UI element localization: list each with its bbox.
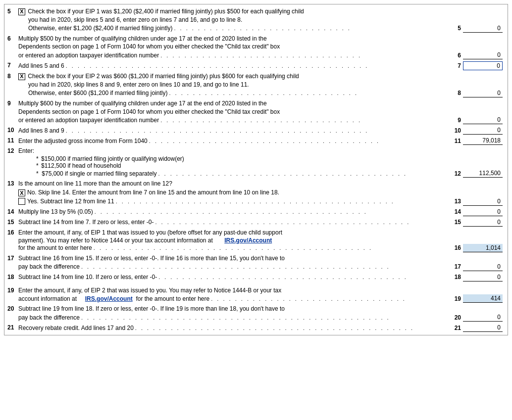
line-6-row: 6 Multiply $500 by the number of qualify… — [7, 34, 505, 61]
line-15-content: Subtract line 14 from line 7. If zero or… — [18, 218, 505, 227]
line-18-value[interactable]: 0 — [463, 273, 503, 281]
line-20-value[interactable]: 0 — [463, 313, 503, 322]
line-12-content: Enter: * $150,000 if married filing join… — [18, 147, 505, 178]
line-13-num: 13 — [7, 180, 18, 187]
line-12-value[interactable]: 112,500 — [463, 169, 503, 178]
line-7-value[interactable]: 0 — [463, 61, 503, 70]
line-8-row: 8 Check the box if your EIP 2 was $600 (… — [7, 71, 505, 98]
line-14-num: 14 — [7, 208, 18, 215]
line-17-num: 17 — [7, 254, 18, 262]
line-10-content: Add lines 8 and 9 . . . . . . . . . . . … — [18, 126, 505, 135]
line-19-row: 19 Enter the amount, if any, of EIP 2 th… — [7, 285, 505, 304]
line-20-content: Subtract line 19 from line 18. If zero o… — [18, 305, 505, 322]
line-5-checkbox[interactable] — [18, 8, 25, 15]
line-11-value[interactable]: 79,018 — [463, 137, 503, 145]
line-5-row: 5 Check the box if your EIP 1 was $1,200… — [7, 6, 505, 34]
line-19-link[interactable]: IRS.gov/Account — [85, 295, 133, 302]
line-7-num: 7 — [7, 61, 18, 69]
line-13-yes-checkbox[interactable] — [18, 198, 25, 205]
line-20-num: 20 — [7, 305, 18, 312]
line-11-num: 11 — [7, 137, 18, 144]
line-13-value[interactable]: 0 — [463, 197, 503, 206]
line-15-row: 15 Subtract line 14 from line 7. If zero… — [7, 217, 505, 228]
line-16-num: 16 — [7, 229, 18, 236]
line-9-num: 9 — [7, 99, 18, 107]
line-12-row: 12 Enter: * $150,000 if married filing j… — [7, 146, 505, 179]
line-19-value[interactable]: 414 — [463, 294, 503, 303]
line-16-link[interactable]: IRS.gov/Account — [224, 237, 272, 244]
line-7-content: Add lines 5 and 6 . . . . . . . . . . . … — [18, 61, 505, 70]
line-16-content: Enter the amount, if any, of EIP 1 that … — [18, 229, 505, 252]
line-14-content: Multiply line 13 by 5% (0.05) . . . . . … — [18, 208, 505, 216]
line-19-content: Enter the amount, if any, of EIP 2 that … — [18, 286, 505, 303]
line-10-row: 10 Add lines 8 and 9 . . . . . . . . . .… — [7, 125, 505, 136]
line-8-content: Check the box if your EIP 2 was $600 ($1… — [18, 72, 505, 97]
line-13-no-checkbox[interactable] — [18, 189, 25, 196]
line-21-content: Recovery rebate credit. Add lines 17 and… — [18, 324, 505, 332]
line-17-row: 17 Subtract line 16 from line 15. If zer… — [7, 253, 505, 272]
line-5-content: Check the box if your EIP 1 was $1,200 (… — [18, 7, 505, 33]
line-17-content: Subtract line 16 from line 15. If zero o… — [18, 254, 505, 271]
line-7-row: 7 Add lines 5 and 6 . . . . . . . . . . … — [7, 60, 505, 71]
line-12-num: 12 — [7, 147, 18, 154]
line-15-num: 15 — [7, 218, 18, 226]
line-11-content: Enter the adjusted gross income from For… — [18, 137, 505, 145]
line-21-num: 21 — [7, 324, 18, 331]
line-5-label: Check the box if your EIP 1 was $1,200 (… — [18, 7, 503, 16]
line-6-num: 6 — [7, 35, 18, 42]
line-9-row: 9 Multiply $600 by the number of qualify… — [7, 98, 505, 126]
line-19-num: 19 — [7, 286, 18, 294]
line-8-value[interactable]: 0 — [463, 89, 503, 97]
form-container: 5 Check the box if your EIP 1 was $1,200… — [4, 4, 508, 335]
line-5-value[interactable]: 0 — [463, 24, 503, 33]
line-9-value[interactable]: 0 — [463, 116, 503, 124]
line-13-content: Is the amount on line 11 more than the a… — [18, 180, 505, 206]
line-18-num: 18 — [7, 273, 18, 280]
line-8-num: 8 — [7, 72, 18, 80]
line-14-row: 14 Multiply line 13 by 5% (0.05) . . . .… — [7, 207, 505, 217]
line-6-content: Multiply $500 by the number of qualifyin… — [18, 35, 505, 60]
line-21-value[interactable]: 0 — [463, 324, 503, 332]
line-10-num: 10 — [7, 126, 18, 134]
line-10-value[interactable]: 0 — [463, 126, 503, 135]
line-20-row: 20 Subtract line 19 from line 18. If zer… — [7, 304, 505, 323]
line-18-row: 18 Subtract line 14 from line 10. If zer… — [7, 272, 505, 282]
line-16-row: 16 Enter the amount, if any, of EIP 1 th… — [7, 228, 505, 253]
line-21-row: 21 Recovery rebate credit. Add lines 17 … — [7, 323, 505, 333]
line-13-question-row: 13 Is the amount on line 11 more than th… — [7, 179, 505, 207]
line-5-num: 5 — [7, 7, 18, 15]
line-6-value[interactable]: 0 — [463, 51, 503, 59]
line-8-checkbox[interactable] — [18, 73, 25, 80]
line-18-content: Subtract line 14 from line 10. If zero o… — [18, 273, 505, 281]
line-17-value[interactable]: 0 — [463, 263, 503, 271]
line-9-content: Multiply $600 by the number of qualifyin… — [18, 99, 505, 125]
line-15-value[interactable]: 0 — [463, 218, 503, 227]
line-11-row: 11 Enter the adjusted gross income from … — [7, 136, 505, 146]
line-16-value[interactable]: 1,014 — [463, 244, 503, 252]
line-14-value[interactable]: 0 — [463, 208, 503, 216]
